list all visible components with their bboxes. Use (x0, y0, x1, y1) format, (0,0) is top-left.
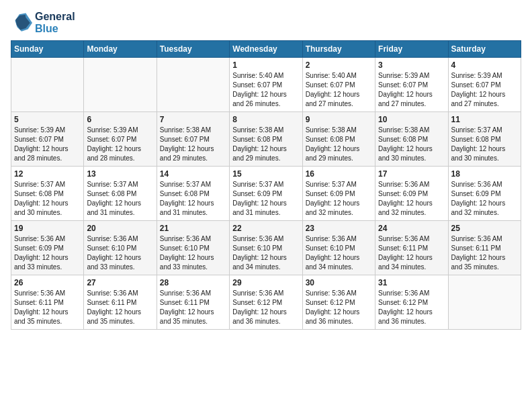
header-tuesday: Tuesday (157, 41, 229, 58)
day-number: 11 (451, 115, 518, 124)
day-number: 21 (160, 224, 226, 233)
day-number: 8 (232, 115, 299, 124)
day-info: Sunrise: 5:38 AMSunset: 6:08 PMDaylight:… (306, 126, 372, 163)
calendar-cell: 13Sunrise: 5:37 AMSunset: 6:08 PMDayligh… (84, 167, 157, 221)
calendar-cell: 28Sunrise: 5:36 AMSunset: 6:11 PMDayligh… (157, 275, 229, 330)
day-number: 9 (306, 115, 372, 124)
day-info: Sunrise: 5:36 AMSunset: 6:10 PMDaylight:… (160, 234, 226, 272)
day-number: 10 (378, 115, 445, 124)
calendar-cell: 25Sunrise: 5:36 AMSunset: 6:11 PMDayligh… (448, 221, 521, 275)
day-info: Sunrise: 5:36 AMSunset: 6:11 PMDaylight:… (160, 289, 226, 326)
day-number: 22 (232, 224, 299, 233)
day-number: 18 (451, 169, 518, 179)
day-number: 15 (232, 169, 299, 179)
calendar-cell: 1Sunrise: 5:40 AMSunset: 6:07 PMDaylight… (230, 58, 302, 112)
logo: General Blue (11, 11, 75, 35)
calendar-cell: 12Sunrise: 5:37 AMSunset: 6:08 PMDayligh… (11, 167, 84, 221)
header-sunday: Sunday (11, 41, 84, 58)
day-info: Sunrise: 5:38 AMSunset: 6:07 PMDaylight:… (160, 126, 226, 163)
calendar-cell: 29Sunrise: 5:36 AMSunset: 6:12 PMDayligh… (230, 275, 302, 330)
day-number: 5 (14, 115, 81, 124)
day-info: Sunrise: 5:36 AMSunset: 6:10 PMDaylight:… (232, 234, 299, 272)
day-number: 7 (160, 115, 226, 124)
header-monday: Monday (84, 41, 157, 58)
calendar-cell: 2Sunrise: 5:40 AMSunset: 6:07 PMDaylight… (302, 58, 375, 112)
calendar-cell: 30Sunrise: 5:36 AMSunset: 6:12 PMDayligh… (302, 275, 375, 330)
day-info: Sunrise: 5:36 AMSunset: 6:09 PMDaylight:… (451, 180, 518, 218)
calendar-cell: 24Sunrise: 5:36 AMSunset: 6:11 PMDayligh… (375, 221, 448, 275)
calendar-cell: 3Sunrise: 5:39 AMSunset: 6:07 PMDaylight… (375, 58, 448, 112)
day-info: Sunrise: 5:38 AMSunset: 6:08 PMDaylight:… (378, 126, 445, 163)
day-number: 14 (160, 169, 226, 179)
day-info: Sunrise: 5:37 AMSunset: 6:08 PMDaylight:… (451, 126, 518, 163)
calendar-cell: 21Sunrise: 5:36 AMSunset: 6:10 PMDayligh… (157, 221, 229, 275)
calendar-cell: 15Sunrise: 5:37 AMSunset: 6:09 PMDayligh… (230, 167, 302, 221)
header-saturday: Saturday (448, 41, 521, 58)
calendar-cell: 17Sunrise: 5:36 AMSunset: 6:09 PMDayligh… (375, 167, 448, 221)
calendar-cell (11, 58, 84, 112)
calendar-cell: 27Sunrise: 5:36 AMSunset: 6:11 PMDayligh… (84, 275, 157, 330)
day-info: Sunrise: 5:37 AMSunset: 6:09 PMDaylight:… (232, 180, 299, 218)
day-number: 4 (451, 60, 518, 70)
day-number: 12 (14, 169, 81, 179)
day-number: 20 (87, 224, 153, 233)
calendar-cell: 10Sunrise: 5:38 AMSunset: 6:08 PMDayligh… (375, 112, 448, 167)
day-number: 16 (306, 169, 372, 179)
calendar-cell: 8Sunrise: 5:38 AMSunset: 6:08 PMDaylight… (230, 112, 302, 167)
calendar-cell: 16Sunrise: 5:37 AMSunset: 6:09 PMDayligh… (302, 167, 375, 221)
day-number: 17 (378, 169, 445, 179)
day-number: 31 (378, 278, 445, 287)
day-number: 29 (232, 278, 299, 287)
calendar-cell: 7Sunrise: 5:38 AMSunset: 6:07 PMDaylight… (157, 112, 229, 167)
day-number: 1 (232, 60, 299, 70)
day-info: Sunrise: 5:36 AMSunset: 6:09 PMDaylight:… (378, 180, 445, 218)
day-info: Sunrise: 5:37 AMSunset: 6:08 PMDaylight:… (87, 180, 153, 218)
day-info: Sunrise: 5:36 AMSunset: 6:09 PMDaylight:… (14, 234, 81, 272)
calendar-cell: 31Sunrise: 5:36 AMSunset: 6:12 PMDayligh… (375, 275, 448, 330)
day-info: Sunrise: 5:36 AMSunset: 6:11 PMDaylight:… (14, 289, 81, 326)
calendar-week-row: 26Sunrise: 5:36 AMSunset: 6:11 PMDayligh… (11, 275, 521, 330)
calendar-cell: 19Sunrise: 5:36 AMSunset: 6:09 PMDayligh… (11, 221, 84, 275)
header-friday: Friday (375, 41, 448, 58)
day-info: Sunrise: 5:37 AMSunset: 6:08 PMDaylight:… (160, 180, 226, 218)
day-info: Sunrise: 5:39 AMSunset: 6:07 PMDaylight:… (451, 71, 518, 109)
day-number: 19 (14, 224, 81, 233)
header-thursday: Thursday (302, 41, 375, 58)
calendar-cell: 6Sunrise: 5:39 AMSunset: 6:07 PMDaylight… (84, 112, 157, 167)
day-info: Sunrise: 5:36 AMSunset: 6:11 PMDaylight:… (451, 234, 518, 272)
page-header: General Blue (11, 11, 521, 35)
logo-icon (11, 12, 32, 34)
day-number: 30 (306, 278, 372, 287)
day-info: Sunrise: 5:36 AMSunset: 6:12 PMDaylight:… (232, 289, 299, 326)
day-number: 27 (87, 278, 153, 287)
calendar-cell: 5Sunrise: 5:39 AMSunset: 6:07 PMDaylight… (11, 112, 84, 167)
calendar-header-row: SundayMondayTuesdayWednesdayThursdayFrid… (11, 41, 521, 58)
day-number: 25 (451, 224, 518, 233)
calendar-cell: 11Sunrise: 5:37 AMSunset: 6:08 PMDayligh… (448, 112, 521, 167)
calendar-week-row: 5Sunrise: 5:39 AMSunset: 6:07 PMDaylight… (11, 112, 521, 167)
day-info: Sunrise: 5:40 AMSunset: 6:07 PMDaylight:… (232, 71, 299, 109)
calendar-cell (157, 58, 229, 112)
logo-text: General Blue (35, 11, 75, 35)
calendar-week-row: 1Sunrise: 5:40 AMSunset: 6:07 PMDaylight… (11, 58, 521, 112)
calendar-cell: 20Sunrise: 5:36 AMSunset: 6:10 PMDayligh… (84, 221, 157, 275)
day-info: Sunrise: 5:40 AMSunset: 6:07 PMDaylight:… (306, 71, 372, 109)
day-number: 2 (306, 60, 372, 70)
day-number: 28 (160, 278, 226, 287)
day-number: 24 (378, 224, 445, 233)
day-number: 6 (87, 115, 153, 124)
calendar-cell: 18Sunrise: 5:36 AMSunset: 6:09 PMDayligh… (448, 167, 521, 221)
day-info: Sunrise: 5:36 AMSunset: 6:10 PMDaylight:… (306, 234, 372, 272)
day-number: 26 (14, 278, 81, 287)
day-info: Sunrise: 5:39 AMSunset: 6:07 PMDaylight:… (378, 71, 445, 109)
day-number: 3 (378, 60, 445, 70)
day-info: Sunrise: 5:36 AMSunset: 6:11 PMDaylight:… (378, 234, 445, 272)
calendar-week-row: 12Sunrise: 5:37 AMSunset: 6:08 PMDayligh… (11, 167, 521, 221)
day-info: Sunrise: 5:36 AMSunset: 6:12 PMDaylight:… (378, 289, 445, 326)
day-info: Sunrise: 5:36 AMSunset: 6:11 PMDaylight:… (87, 289, 153, 326)
calendar-cell (448, 275, 521, 330)
calendar-cell: 4Sunrise: 5:39 AMSunset: 6:07 PMDaylight… (448, 58, 521, 112)
day-info: Sunrise: 5:36 AMSunset: 6:12 PMDaylight:… (306, 289, 372, 326)
day-info: Sunrise: 5:38 AMSunset: 6:08 PMDaylight:… (232, 126, 299, 163)
calendar-week-row: 19Sunrise: 5:36 AMSunset: 6:09 PMDayligh… (11, 221, 521, 275)
